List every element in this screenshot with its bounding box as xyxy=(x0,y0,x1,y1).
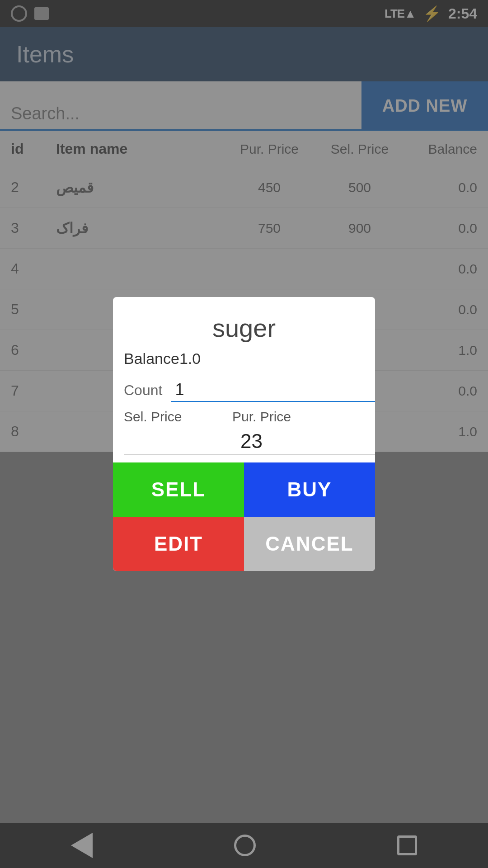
dialog-buttons: SELL BUY EDIT CANCEL xyxy=(113,462,375,571)
sel-price-input[interactable] xyxy=(124,428,375,455)
cancel-button[interactable]: CANCEL xyxy=(244,517,375,571)
count-input[interactable] xyxy=(171,378,375,402)
pur-price-label: Pur. Price xyxy=(232,409,364,425)
dialog-price-labels: Sel. Price Pur. Price xyxy=(113,406,375,428)
buy-button[interactable]: BUY xyxy=(244,462,375,517)
dialog-price-inputs xyxy=(113,428,375,462)
balance-label: Balance xyxy=(124,350,179,367)
count-label: Count xyxy=(124,382,162,399)
dialog-overlay: suger Balance1.0 Count Sel. Price Pur. P… xyxy=(0,0,488,868)
dialog-item-title: suger xyxy=(113,297,375,346)
item-dialog: suger Balance1.0 Count Sel. Price Pur. P… xyxy=(113,297,375,571)
balance-value: 1.0 xyxy=(179,350,201,367)
sell-button[interactable]: SELL xyxy=(113,462,244,517)
dialog-count-row: Count xyxy=(113,375,375,406)
edit-button[interactable]: EDIT xyxy=(113,517,244,571)
dialog-balance: Balance1.0 xyxy=(113,346,375,375)
sel-price-label: Sel. Price xyxy=(124,409,223,425)
